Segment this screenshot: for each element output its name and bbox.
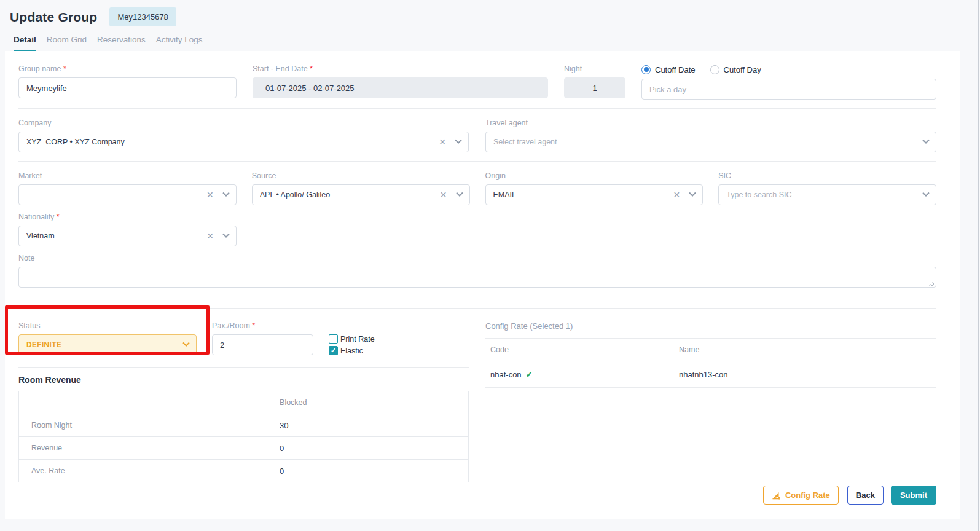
nationality-select[interactable]: Vietnam ✕ <box>18 226 237 246</box>
nationality-field-group: Nationality Vietnam ✕ <box>18 213 237 246</box>
chevron-down-icon[interactable] <box>222 190 229 197</box>
checkbox-checked-icon[interactable] <box>329 346 338 355</box>
status-pax-row: Status DEFINITE Pax./Room Print Ra <box>18 321 469 355</box>
night-label: Night <box>564 65 625 73</box>
status-select[interactable]: DEFINITE <box>18 334 197 355</box>
origin-select[interactable]: EMAIL ✕ <box>485 184 704 205</box>
config-rate-title: Config Rate (Selected 1) <box>485 321 936 338</box>
company-select-value: XYZ_CORP • XYZ Company <box>26 138 439 146</box>
footer-actions: Config Rate Back Submit <box>18 486 936 505</box>
tab-bar: Detail Room Grid Reservations Activity L… <box>14 35 980 51</box>
set-square-icon <box>772 491 781 500</box>
cutoff-date-radio-option[interactable]: Cutoff Date <box>641 65 696 74</box>
vertical-scrollbar[interactable] <box>978 0 979 531</box>
source-field-group: Source APL • Apollo/ Galileo ✕ <box>252 171 470 205</box>
radio-unselected-icon[interactable] <box>710 65 719 74</box>
tab-room-grid[interactable]: Room Grid <box>47 35 87 51</box>
night-field-group: Night <box>564 65 625 100</box>
divider <box>18 161 936 162</box>
submit-button-label: Submit <box>900 490 927 500</box>
nationality-select-value: Vietnam <box>26 232 206 240</box>
cutoff-date-radio-label: Cutoff Date <box>655 65 696 74</box>
date-range-input[interactable] <box>253 77 548 98</box>
travel-agent-label: Travel agent <box>485 119 936 127</box>
group-name-label: Group name <box>18 65 237 73</box>
elastic-label: Elastic <box>340 347 363 355</box>
chevron-down-icon[interactable] <box>455 137 461 144</box>
code-column-header: Code <box>490 345 679 354</box>
config-rate-button-label: Config Rate <box>785 490 830 500</box>
chevron-down-icon[interactable] <box>922 137 929 144</box>
name-column-header: Name <box>679 345 699 354</box>
page-title: Update Group <box>10 10 97 25</box>
divider <box>18 108 936 109</box>
market-select[interactable]: ✕ <box>18 184 237 205</box>
sic-field-group: SIC Type to search SIC <box>718 171 936 205</box>
cutoff-day-picker-input[interactable] <box>641 79 936 100</box>
submit-button[interactable]: Submit <box>891 486 936 505</box>
chevron-down-icon[interactable] <box>182 340 189 347</box>
table-row: Revenue 0 <box>19 437 469 460</box>
rate-name: nhatnh13-con <box>679 370 728 379</box>
config-rate-row[interactable]: nhat-con ✓ nhatnh13-con <box>485 361 936 388</box>
travel-agent-placeholder: Select travel agent <box>493 138 923 146</box>
cutoff-field-group: Cutoff Date Cutoff Day <box>641 65 936 100</box>
row-label: Room Night <box>19 414 280 437</box>
clear-icon[interactable]: ✕ <box>673 191 681 199</box>
divider <box>18 308 936 309</box>
sic-select[interactable]: Type to search SIC <box>718 184 936 205</box>
status-label: Status <box>18 321 197 330</box>
origin-select-value: EMAIL <box>493 191 673 199</box>
clear-icon[interactable]: ✕ <box>440 191 447 199</box>
note-textarea[interactable] <box>18 267 936 288</box>
status-revenue-column: Status DEFINITE Pax./Room Print Ra <box>18 321 469 482</box>
config-rate-button[interactable]: Config Rate <box>763 486 839 505</box>
row-company: Company XYZ_CORP • XYZ Company ✕ Travel … <box>18 119 936 152</box>
pax-room-field-group: Pax./Room <box>212 321 313 355</box>
tab-activity-logs[interactable]: Activity Logs <box>156 35 203 51</box>
pax-room-input[interactable] <box>212 334 313 355</box>
group-name-input[interactable] <box>18 77 237 98</box>
company-field-group: Company XYZ_CORP • XYZ Company ✕ <box>18 119 469 152</box>
elastic-checkbox-option[interactable]: Elastic <box>329 346 375 355</box>
row-value: 30 <box>280 414 468 437</box>
cutoff-radio-group: Cutoff Date Cutoff Day <box>641 65 936 74</box>
config-rate-header-row: Code Name <box>485 339 936 361</box>
chevron-down-icon[interactable] <box>222 231 229 238</box>
clear-icon[interactable]: ✕ <box>206 191 214 199</box>
checkbox-unchecked-icon[interactable] <box>329 334 338 344</box>
row-market-source: Market ✕ Source APL • Apollo/ Galileo ✕ … <box>18 171 936 205</box>
rate-options-group: Print Rate Elastic <box>329 321 375 355</box>
note-field-group: Note <box>18 254 936 290</box>
travel-agent-select[interactable]: Select travel agent <box>485 132 936 152</box>
group-code-badge: Mey12345678 <box>109 7 176 26</box>
cutoff-day-radio-option[interactable]: Cutoff Day <box>710 65 761 74</box>
table-row: Room Night 30 <box>19 414 469 437</box>
company-select[interactable]: XYZ_CORP • XYZ Company ✕ <box>18 132 469 152</box>
row-value: 0 <box>280 437 468 460</box>
rate-code: nhat-con <box>490 370 522 379</box>
table-header-row: Blocked <box>19 391 469 414</box>
divider <box>18 367 469 368</box>
detail-form-panel: Group name Start - End Date Night Cutoff… <box>5 51 960 519</box>
chevron-down-icon[interactable] <box>689 190 696 197</box>
back-button[interactable]: Back <box>847 486 884 505</box>
note-label: Note <box>18 254 936 262</box>
back-button-label: Back <box>856 490 875 500</box>
clear-icon[interactable]: ✕ <box>206 232 214 240</box>
source-select[interactable]: APL • Apollo/ Galileo ✕ <box>252 184 470 205</box>
date-range-field-group: Start - End Date <box>253 65 548 100</box>
cutoff-day-radio-label: Cutoff Day <box>724 65 761 74</box>
sic-placeholder: Type to search SIC <box>726 191 923 199</box>
clear-icon[interactable]: ✕ <box>439 138 446 146</box>
tab-reservations[interactable]: Reservations <box>97 35 146 51</box>
radio-selected-icon[interactable] <box>641 65 651 74</box>
tab-detail[interactable]: Detail <box>14 35 36 51</box>
chevron-down-icon[interactable] <box>456 190 463 197</box>
table-row: Ave. Rate 0 <box>19 460 469 482</box>
origin-field-group: Origin EMAIL ✕ <box>485 171 704 205</box>
night-input[interactable] <box>564 77 625 98</box>
print-rate-checkbox-option[interactable]: Print Rate <box>329 334 375 344</box>
bottom-section: Status DEFINITE Pax./Room Print Ra <box>18 321 936 482</box>
chevron-down-icon[interactable] <box>922 190 929 197</box>
